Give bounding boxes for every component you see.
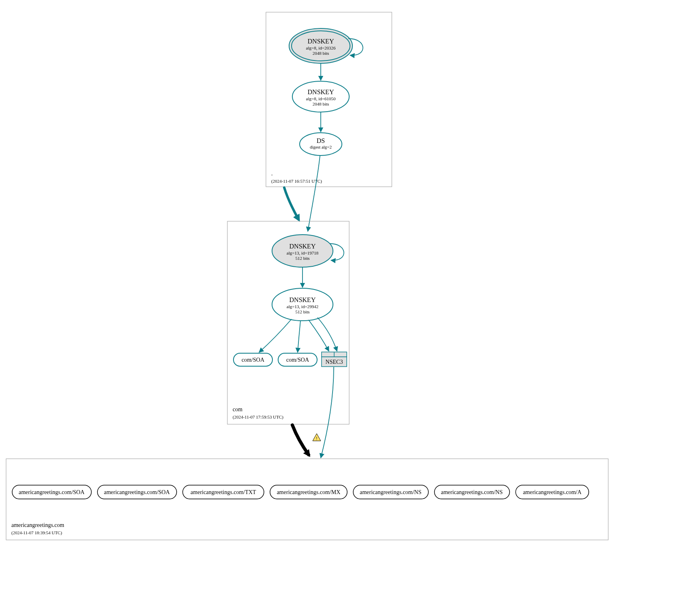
svg-text:512 bits: 512 bits [295, 309, 309, 314]
svg-text:2048 bits: 2048 bits [313, 51, 329, 56]
svg-text:americangreetings.com/TXT: americangreetings.com/TXT [190, 489, 256, 495]
svg-text:com/SOA: com/SOA [286, 357, 309, 363]
zone-com: com (2024-11-07 17:59:53 UTC) DNSKEY alg… [227, 221, 349, 424]
edge-nsec3-to-ag [321, 367, 334, 458]
edge-com-to-ag-black [292, 425, 309, 455]
node-com-zsk: DNSKEY alg=13, id=29942 512 bits [272, 288, 333, 321]
svg-text:americangreetings.com/A: americangreetings.com/A [523, 489, 582, 495]
svg-text:alg=8, id=20326: alg=8, id=20326 [306, 45, 336, 50]
edge-ds-to-com-ksk [308, 156, 320, 231]
edge-com-zsk-soa1 [259, 319, 292, 352]
zone-root: . (2024-11-07 16:57:51 UTC) DNSKEY alg=8… [266, 12, 392, 187]
svg-text:com/SOA: com/SOA [242, 357, 265, 363]
zone-com-ts: (2024-11-07 17:59:53 UTC) [233, 414, 283, 420]
zone-ag-ts: (2024-11-07 18:39:54 UTC) [11, 530, 62, 535]
node-com-soa2: com/SOA [278, 353, 317, 366]
warning-icon: ! [313, 434, 321, 441]
node-ag-soa-0: americangreetings.com/SOA [12, 485, 91, 499]
edge-root-to-com-thick [284, 188, 298, 219]
svg-text:DNSKEY: DNSKEY [308, 38, 334, 45]
node-ag-mx: americangreetings.com/MX [270, 485, 347, 499]
edge-com-zsk-soa2 [298, 321, 300, 352]
node-com-ksk: DNSKEY alg=13, id=19718 512 bits [272, 235, 333, 267]
node-ag-a: americangreetings.com/A [516, 485, 589, 499]
node-ag-txt: americangreetings.com/TXT [183, 485, 264, 499]
svg-text:americangreetings.com/SOA: americangreetings.com/SOA [104, 489, 170, 495]
zone-com-name: com [233, 406, 242, 412]
node-com-nsec3: NSEC3 [322, 352, 347, 367]
node-root-zsk: DNSKEY alg=8, id=61050 2048 bits [292, 81, 349, 112]
svg-text:alg=13, id=29942: alg=13, id=29942 [287, 304, 318, 309]
edge-com-zsk-nsec3a [309, 320, 329, 351]
svg-text:americangreetings.com/NS: americangreetings.com/NS [360, 489, 421, 495]
svg-text:alg=8, id=61050: alg=8, id=61050 [306, 96, 336, 101]
dnssec-diagram: . (2024-11-07 16:57:51 UTC) DNSKEY alg=8… [0, 0, 700, 598]
zone-root-ts: (2024-11-07 16:57:51 UTC) [271, 179, 322, 184]
node-ag-ns-1: americangreetings.com/NS [434, 485, 510, 499]
svg-text:DS: DS [317, 137, 325, 144]
node-root-ds: DS digest alg=2 [300, 133, 342, 155]
svg-text:!: ! [316, 436, 318, 441]
svg-text:digest alg=2: digest alg=2 [310, 145, 332, 149]
svg-text:alg=13, id=19718: alg=13, id=19718 [287, 250, 319, 255]
svg-point-10 [300, 133, 342, 155]
edge-com-zsk-nsec3b [318, 317, 337, 351]
zone-ag-name: americangreetings.com [11, 522, 64, 528]
svg-rect-32 [6, 459, 608, 540]
zone-ag: americangreetings.com (2024-11-07 18:39:… [6, 459, 608, 540]
node-com-soa1: com/SOA [233, 353, 272, 366]
svg-text:DNSKEY: DNSKEY [290, 296, 316, 303]
svg-text:2048 bits: 2048 bits [313, 101, 329, 106]
zone-root-name: . [271, 171, 273, 177]
svg-text:DNSKEY: DNSKEY [290, 243, 316, 250]
svg-text:americangreetings.com/MX: americangreetings.com/MX [277, 489, 341, 495]
svg-text:512 bits: 512 bits [295, 256, 309, 261]
svg-text:americangreetings.com/SOA: americangreetings.com/SOA [19, 489, 85, 495]
node-ag-soa-1: americangreetings.com/SOA [97, 485, 177, 499]
svg-text:DNSKEY: DNSKEY [308, 89, 334, 95]
node-ag-ns-0: americangreetings.com/NS [353, 485, 428, 499]
svg-text:americangreetings.com/NS: americangreetings.com/NS [441, 489, 503, 495]
svg-text:NSEC3: NSEC3 [326, 359, 343, 365]
node-root-ksk: DNSKEY alg=8, id=20326 2048 bits [289, 28, 352, 63]
